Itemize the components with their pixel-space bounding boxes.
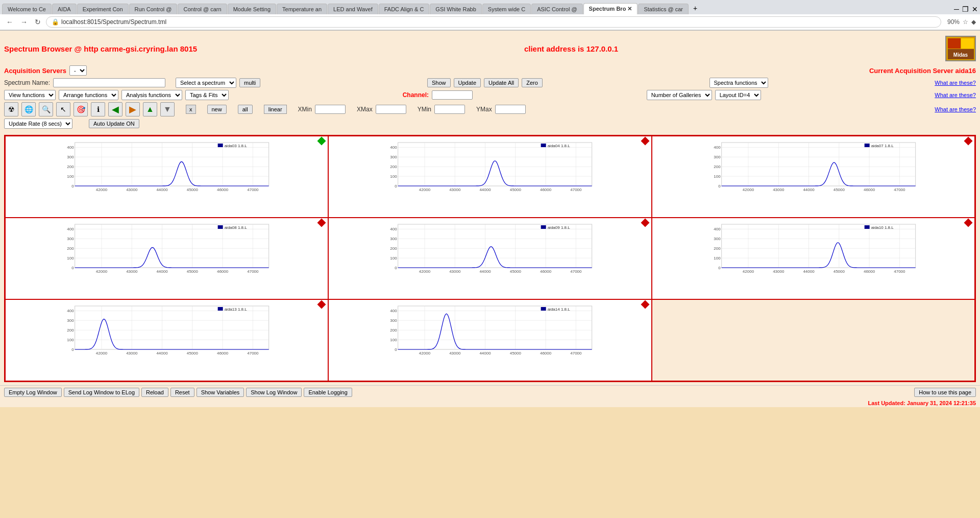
svg-text:300: 300 [714,155,721,159]
reload-bottom-button[interactable]: Reload [141,388,168,397]
spectra-functions-select[interactable]: Spectra functions [709,78,768,88]
reset-button[interactable]: Reset [170,388,194,397]
globe-icon-btn[interactable]: 🌐 [21,102,36,116]
gallery-cell-9[interactable] [652,299,975,381]
analysis-functions-select[interactable]: Analysis functions [121,90,182,100]
acq-server-label: Acquisition Servers [4,67,66,75]
info-icon-btn[interactable]: ℹ [91,102,105,116]
page-header: Spectrum Browser @ http carme-gsi.cryrin… [4,34,976,63]
back-button[interactable]: ← [4,17,15,27]
send-log-button[interactable]: Send Log Window to ELog [64,388,139,397]
tab-asic[interactable]: ASIC Control @ [531,4,582,14]
tab-run-control[interactable]: Run Control @ [129,4,178,14]
how-to-use-button[interactable]: How to use this page [914,388,976,397]
channel-input[interactable] [432,90,473,100]
what-are-these-2[interactable]: What are these? [935,92,976,98]
select-spectrum-dropdown[interactable]: Select a spectrum [176,78,236,88]
current-server-label: Current Acquisition Server aida16 [869,67,976,75]
ymin-input[interactable]: 0 [434,105,465,114]
what-are-these-1[interactable]: What are these? [935,80,976,86]
zero-button[interactable]: Zero [522,78,543,87]
gallery-cell-3[interactable]: 0100200300400420004300044000450004600047… [652,136,975,218]
show-window-log-button[interactable]: Show Log Window [246,388,302,397]
target-icon-btn[interactable]: 🎯 [74,102,88,116]
url-bar[interactable]: 🔒 localhost:8015/Spectrum/Spectrum.tml [46,16,941,28]
tab-gsi[interactable]: GSI White Rabb [430,4,481,14]
bookmark-icon[interactable]: ☆ [963,18,968,26]
tab-welcome[interactable]: Welcome to Ce [2,4,52,14]
all-button[interactable]: all [238,105,253,114]
up-arrow-btn[interactable]: ▲ [143,102,157,116]
ymax-label: YMax [476,106,492,113]
arrange-functions-select[interactable]: Arrange functions [59,90,118,100]
multi-button[interactable]: multi [239,78,260,87]
tab-led[interactable]: LED and Wavef [328,4,378,14]
enable-logging-button[interactable]: Enable Logging [304,388,352,397]
gallery-cell-5[interactable]: 0100200300400420004300044000450004600047… [328,218,651,299]
svg-text:100: 100 [390,338,398,342]
restore-icon[interactable]: ❐ [962,5,969,13]
what-are-these-3[interactable]: What are these? [935,106,976,112]
empty-log-button[interactable]: Empty Log Window [4,388,62,397]
view-functions-select[interactable]: View functions [4,90,56,100]
svg-text:44000: 44000 [156,187,168,192]
acq-server-select[interactable]: - [69,65,87,76]
layout-id-select[interactable]: Layout ID=4 [715,90,761,100]
update-all-button[interactable]: Update All [484,78,519,87]
gallery-cell-1[interactable]: 0100200300400420004300044000450004600047… [5,136,328,218]
chart-svg-4: 0100200300400420004300044000450004600047… [8,220,326,279]
xmin-input[interactable]: 41117 [315,105,346,114]
left-arrow-btn[interactable]: ◀ [108,102,122,116]
svg-text:47000: 47000 [571,269,582,274]
extensions-icon[interactable]: ◆ [971,18,976,26]
update-rate-select[interactable]: Update Rate (8 secs) [4,119,72,129]
close-icon[interactable]: ✕ [972,5,978,13]
show-button[interactable]: Show [427,78,451,87]
ymax-input[interactable]: 450 [495,105,526,114]
tab-fadc[interactable]: FADC Align & C [379,4,430,14]
new-button[interactable]: new [207,105,227,114]
gallery-cell-2[interactable]: 0100200300400420004300044000450004600047… [328,136,651,218]
tab-system[interactable]: System wide C [482,4,531,14]
auto-update-button[interactable]: Auto Update ON [89,119,139,128]
gallery-cell-6[interactable]: 0100200300400420004300044000450004600047… [652,218,975,299]
update-button[interactable]: Update [454,78,481,87]
svg-text:46000: 46000 [217,351,229,356]
svg-text:46000: 46000 [217,187,229,192]
tab-spectrum[interactable]: Spectrum Bro ✕ [583,3,638,14]
chart-svg-8: 0100200300400420004300044000450004600047… [331,302,649,361]
x-button[interactable]: x [186,105,196,114]
tab-module[interactable]: Module Setting [228,4,276,14]
tab-aida[interactable]: AIDA [52,4,77,14]
gallery-cell-7[interactable]: 0100200300400420004300044000450004600047… [5,299,328,381]
svg-text:42000: 42000 [419,351,431,356]
tab-experiment[interactable]: Experiment Con [77,4,129,14]
svg-text:400: 400 [67,309,74,313]
lock-icon: 🔒 [52,18,59,26]
radiation-icon-btn[interactable]: ☢ [4,102,18,116]
spectrum-name-input[interactable]: 1.8.L [53,78,165,87]
tab-temperature[interactable]: Temperature an [277,4,327,14]
gallery-cell-8[interactable]: 0100200300400420004300044000450004600047… [328,299,651,381]
tab-statistics[interactable]: Statistics @ car [638,4,689,14]
cursor-icon-btn[interactable]: ↖ [56,102,70,116]
down-arrow-btn[interactable]: ▼ [160,102,175,116]
gallery-cell-4[interactable]: 0100200300400420004300044000450004600047… [5,218,328,299]
xmax-input[interactable]: 47528 [376,105,406,114]
tags-fits-select[interactable]: Tags & Fits [185,90,229,100]
svg-text:300: 300 [390,155,398,159]
forward-button[interactable]: → [18,17,30,27]
right-arrow-btn[interactable]: ▶ [126,102,140,116]
svg-text:Midas: Midas [953,52,968,58]
search-icon-btn[interactable]: 🔍 [39,102,53,116]
minimize-icon[interactable]: ─ [954,5,959,13]
tab-control[interactable]: Control @ carn [178,4,227,14]
svg-text:46000: 46000 [864,269,875,274]
svg-rect-5 [75,143,269,186]
reload-nav-button[interactable]: ↻ [33,17,43,27]
linear-button[interactable]: linear [264,105,287,114]
tab-add-button[interactable]: + [689,2,701,14]
svg-text:0: 0 [718,184,721,189]
num-galleries-select[interactable]: Number of Galleries [647,90,712,100]
show-variables-button[interactable]: Show Variables [197,388,244,397]
